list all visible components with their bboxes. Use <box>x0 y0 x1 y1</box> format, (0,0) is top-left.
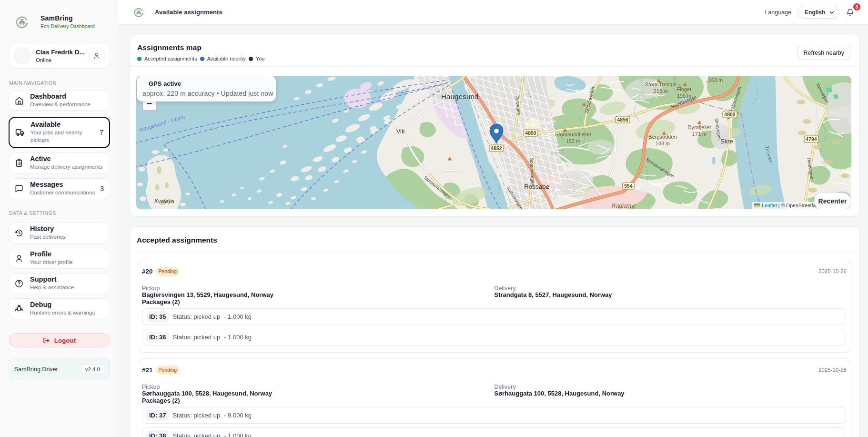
svg-text:Kvaløya: Kvaløya <box>154 198 174 204</box>
svg-text:Stora Trongjo: Stora Trongjo <box>645 81 676 87</box>
svg-text:Storasundfjellet: Storasundfjellet <box>555 132 591 137</box>
svg-text:4856: 4856 <box>617 116 628 122</box>
svg-text:218 m: 218 m <box>654 88 668 94</box>
svg-text:Dyrafjellet: Dyrafjellet <box>688 124 711 130</box>
svg-text:148 m: 148 m <box>656 141 670 146</box>
svg-text:4850: 4850 <box>525 130 536 135</box>
svg-text:4852: 4852 <box>491 145 502 151</box>
svg-text:171 m: 171 m <box>692 131 707 137</box>
svg-text:Floget: Floget <box>677 86 692 92</box>
svg-text:Haugesund: Haugesund <box>441 92 479 101</box>
svg-text:Vik: Vik <box>396 128 405 135</box>
svg-text:4794: 4794 <box>806 136 817 142</box>
svg-text:Bergsodden: Bergsodden <box>648 134 676 140</box>
svg-text:Raglamyr: Raglamyr <box>612 203 636 209</box>
svg-text:4800: 4800 <box>724 111 736 117</box>
svg-text:163 m: 163 m <box>708 77 723 83</box>
svg-text:Rossabø: Rossabø <box>524 183 550 190</box>
svg-text:554: 554 <box>624 183 633 188</box>
svg-text:152 m: 152 m <box>566 138 581 144</box>
